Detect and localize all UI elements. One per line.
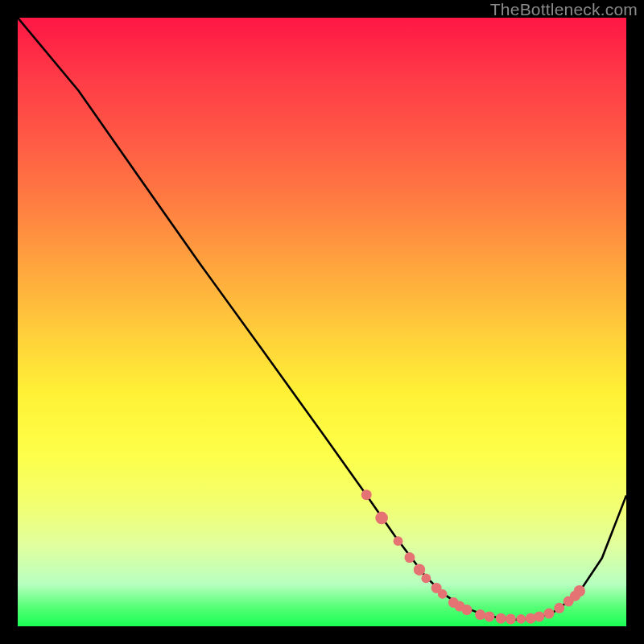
marker-dot [361,489,372,500]
marker-dot [544,609,555,619]
marker-dot [414,564,425,576]
chart-curve [18,18,626,626]
marker-dot [484,611,494,621]
markers [361,489,585,624]
marker-dot [438,589,448,599]
chart-frame: TheBottleneck.com [0,0,644,644]
marker-dot [461,605,472,615]
marker-dot [554,603,564,613]
marker-dot [574,585,585,597]
marker-dot [421,573,431,583]
marker-dot [394,536,403,546]
marker-dot [475,609,485,620]
marker-dot [404,552,415,563]
marker-dot [516,614,526,624]
marker-dot [534,611,544,621]
marker-dot [506,613,516,624]
marker-dot [496,613,506,624]
line-series [18,18,626,620]
marker-dot [375,512,388,525]
watermark-label: TheBottleneck.com [490,0,638,19]
